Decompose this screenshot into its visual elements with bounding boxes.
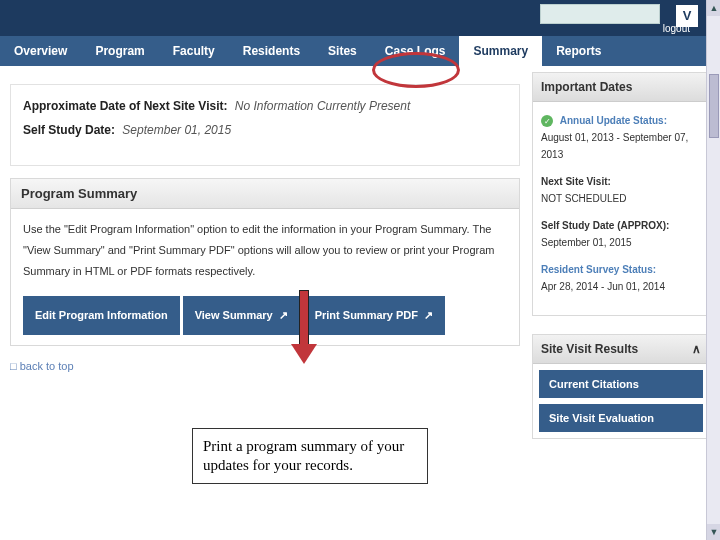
scroll-up-icon[interactable]: ▲ <box>707 0 720 16</box>
external-icon <box>424 305 433 326</box>
tab-summary[interactable]: Summary <box>459 36 542 66</box>
resident-survey-status-link[interactable]: Resident Survey Status: <box>541 261 701 278</box>
annual-update-status-value: August 01, 2013 - September 07, 2013 <box>541 129 701 163</box>
tab-program[interactable]: Program <box>81 36 158 66</box>
sidebar: Important Dates ✓ Annual Update Status: … <box>532 72 710 457</box>
external-icon <box>279 305 288 326</box>
next-site-visit-value: NOT SCHEDULED <box>541 190 701 207</box>
site-visit-results-panel: Site Visit Results ∧ Current Citations S… <box>532 334 710 439</box>
tab-residents[interactable]: Residents <box>229 36 314 66</box>
site-visit-evaluation-button[interactable]: Site Visit Evaluation <box>539 404 703 432</box>
self-study-date-label: Self Study Date (APPROX): <box>541 217 701 234</box>
program-summary-help: Use the "Edit Program Information" optio… <box>23 219 507 282</box>
resident-survey-status-value: Apr 28, 2014 - Jun 01, 2014 <box>541 278 701 295</box>
next-visit-label: Approximate Date of Next Site Visit: <box>23 99 228 113</box>
important-dates-title: Important Dates <box>533 73 709 102</box>
check-icon: ✓ <box>541 115 553 127</box>
print-summary-label: Print Summary PDF <box>315 305 418 326</box>
topbar: V logout <box>0 0 720 36</box>
print-summary-button[interactable]: Print Summary PDF <box>303 296 445 335</box>
self-study-date-value: September 01, 2015 <box>541 234 701 251</box>
annotation-callout: Print a program summary of your updates … <box>192 428 428 484</box>
main-column: Approximate Date of Next Site Visit: No … <box>10 72 520 457</box>
tab-reports[interactable]: Reports <box>542 36 615 66</box>
tab-faculty[interactable]: Faculty <box>159 36 229 66</box>
site-visit-results-title: Site Visit Results <box>541 342 638 356</box>
annual-update-status-link[interactable]: Annual Update Status: <box>560 115 667 126</box>
view-summary-label: View Summary <box>195 305 273 326</box>
tab-case-logs[interactable]: Case Logs <box>371 36 460 66</box>
important-dates-panel: Important Dates ✓ Annual Update Status: … <box>532 72 710 316</box>
edit-program-button[interactable]: Edit Program Information <box>23 296 180 335</box>
scroll-down-icon[interactable]: ▼ <box>707 524 720 540</box>
search-input[interactable] <box>540 4 660 24</box>
next-site-visit-label: Next Site Visit: <box>541 173 701 190</box>
tab-sites[interactable]: Sites <box>314 36 371 66</box>
self-study-label: Self Study Date: <box>23 123 115 137</box>
program-summary-title: Program Summary <box>11 179 519 209</box>
program-summary-panel: Program Summary Use the "Edit Program In… <box>10 178 520 346</box>
next-visit-value: No Information Currently Present <box>235 99 410 113</box>
collapse-icon[interactable]: ∧ <box>692 342 701 356</box>
info-block: Approximate Date of Next Site Visit: No … <box>10 84 520 166</box>
tab-overview[interactable]: Overview <box>0 36 81 66</box>
current-citations-button[interactable]: Current Citations <box>539 370 703 398</box>
view-summary-button[interactable]: View Summary <box>183 296 300 335</box>
action-row: Edit Program Information View Summary Pr… <box>23 296 507 335</box>
logout-link[interactable]: logout <box>663 23 690 34</box>
main-nav: OverviewProgramFacultyResidentsSitesCase… <box>0 36 720 66</box>
back-to-top-link[interactable]: □ back to top <box>10 360 520 372</box>
vertical-scrollbar[interactable]: ▲ ▼ <box>706 0 720 540</box>
scroll-thumb[interactable] <box>709 74 719 138</box>
self-study-value: September 01, 2015 <box>122 123 231 137</box>
